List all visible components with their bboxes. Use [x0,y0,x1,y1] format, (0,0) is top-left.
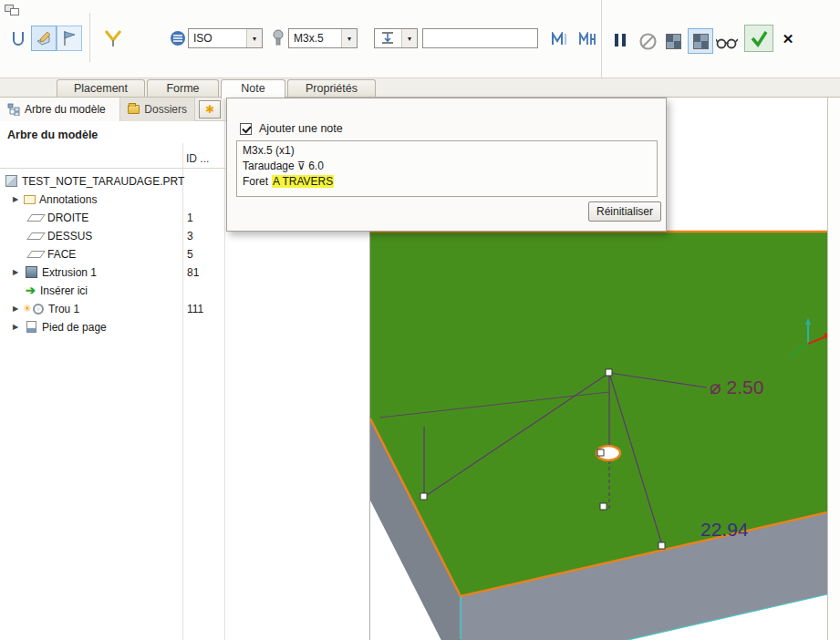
sketched-hole-button[interactable] [31,26,57,51]
reset-button[interactable]: Réinitialiser [588,201,661,222]
verify-button[interactable] [713,30,741,56]
extrusion-icon [26,266,37,278]
no-entry-icon [639,33,657,50]
tree-item-id: 81 [187,266,199,279]
glasses-icon [716,37,738,49]
hole-feature-icon [33,304,44,315]
tree-row[interactable]: ▶ Extrusion 1 81 [0,263,370,282]
tree-row[interactable]: ▶ Pied de page [0,318,370,336]
no-preview-button[interactable] [635,28,660,54]
favorites-button[interactable]: ✱ [199,100,221,119]
tab-note[interactable]: Note [221,79,285,98]
note-preview-box[interactable]: M3x.5 (x1) Taraudage ⊽ 6.0 ForetA TRAVER… [236,140,658,197]
toolbar-separator [89,13,90,62]
add-note-checkbox[interactable] [240,123,252,135]
datum-plane-icon [26,251,46,258]
tree-item-label[interactable]: DROITE [47,212,88,224]
drag-handle[interactable] [597,449,604,456]
thread-series-combobox[interactable]: ISO ▾ [188,28,263,48]
tree-item-id: 111 [187,303,203,315]
tree-row[interactable]: ➔ Insérer ici [0,282,370,300]
footer-icon [26,321,36,333]
depth-dimension[interactable]: 22.94 [700,519,749,540]
cancel-button[interactable]: ✕ [777,26,799,52]
mh-glyph-icon [578,32,596,46]
annotations-icon [24,195,36,204]
tree-item-label[interactable]: DESSUS [47,230,92,243]
thread-series-icon [170,30,186,46]
tree-item-label[interactable]: Insérer ici [40,284,88,297]
simple-hole-button[interactable] [5,26,31,51]
tree-row[interactable]: ▶ ✳ Trou 1 111 [0,300,370,318]
note-line-3: ForetA TRAVERS [243,174,651,190]
chevron-down-icon[interactable]: ▾ [401,29,417,47]
star-icon: ✱ [205,103,214,116]
pause-icon [615,34,618,46]
tree-item-label[interactable]: Pied de page [42,321,107,334]
apply-button[interactable] [744,25,773,52]
tree-item-id: 3 [187,230,193,243]
insert-here-arrow-icon: ➔ [26,284,36,297]
add-note-label: Ajouter une note [259,122,343,135]
tab-proprietes[interactable]: Propriétés [287,79,376,97]
tree-title: Arbre du modèle [7,129,98,141]
new-feature-sparkle-icon: ✳ [23,303,31,315]
geometry-preview-button[interactable] [660,28,686,54]
drag-handle[interactable] [659,542,665,549]
tab-model-tree[interactable]: Arbre du modèle [0,98,120,121]
thread-surface-toggle-button[interactable] [575,26,600,52]
thread-series-value: ISO [189,29,246,47]
pause-feature-button[interactable] [607,27,633,53]
drag-handle[interactable] [606,369,612,376]
diameter-dimension[interactable]: ⌀ 2.50 [710,377,763,397]
standard-hole-button[interactable] [57,26,82,51]
tree-item-label[interactable]: Extrusion 1 [42,266,97,279]
depth-option-dropdown[interactable]: ▾ [374,28,418,48]
tab-model-tree-label: Arbre du modèle [25,103,106,116]
part-icon [5,175,17,187]
tab-forme[interactable]: Forme [147,79,219,97]
drag-handle[interactable] [420,493,427,500]
note-line-3-highlight: A TRAVERS [272,175,334,188]
tapping-button[interactable] [100,26,126,51]
m-glyph-icon [550,32,568,46]
note-line-1: M3x.5 (x1) [243,143,651,159]
tree-item-label[interactable]: TEST_NOTE_TARAUDAGE.PRT [22,175,184,188]
u-profile-icon [9,29,27,47]
tab-folders[interactable]: Dossiers [120,98,195,121]
v-thread-icon [103,28,123,48]
thread-size-value: M3x.5 [289,29,341,47]
note-line-3-prefix: Foret [243,175,268,188]
tree-item-id: 5 [187,248,193,261]
depth-value-input[interactable] [422,28,538,48]
tree-item-label[interactable]: Trou 1 [48,303,79,315]
drag-handle[interactable] [600,503,607,510]
close-icon: ✕ [783,31,794,47]
tree-item-label[interactable]: FACE [47,248,76,261]
window-icon [5,5,21,16]
sketch-pencil-icon [35,29,53,47]
id-column-header[interactable]: ID ... [186,152,209,165]
collapsed-side-panel[interactable] [827,98,840,640]
chevron-down-icon[interactable]: ▾ [341,29,357,47]
model-tree-icon [7,103,20,116]
expander-icon[interactable]: ▶ [13,323,18,331]
tree-row[interactable]: FACE 5 [0,245,370,263]
chevron-down-icon[interactable]: ▾ [246,29,262,47]
expander-icon[interactable]: ▶ [13,195,18,203]
screw-size-icon [271,29,285,46]
tab-placement[interactable]: Placement [57,79,145,97]
attached-preview-button[interactable] [688,28,713,54]
tree-item-label[interactable]: Annotations [39,193,97,206]
dashboard-tab-bar: Placement Forme Note Propriétés [0,78,840,98]
note-line-2: Taraudage ⊽ 6.0 [243,159,651,174]
toolbar-separator [601,0,602,78]
drill-depth-icon [379,31,396,46]
thread-note-toggle-button[interactable] [546,26,572,52]
flag-icon [60,29,78,47]
expander-icon[interactable]: ▶ [13,305,18,313]
thread-size-combobox[interactable]: M3x.5 ▾ [288,28,358,48]
datum-plane-icon [26,214,46,222]
datum-plane-icon [26,232,46,240]
expander-icon[interactable]: ▶ [13,268,18,276]
